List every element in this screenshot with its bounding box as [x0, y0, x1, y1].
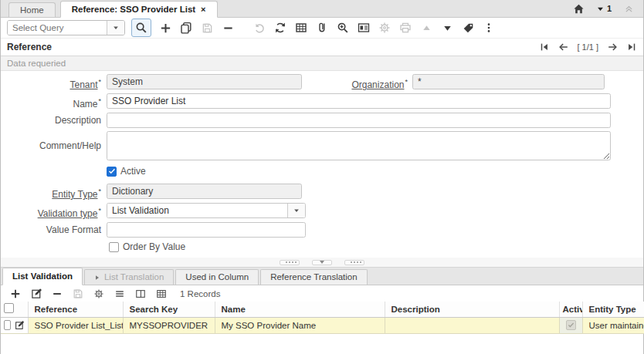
- grid-icon: [295, 22, 307, 34]
- detail-save-button[interactable]: [71, 287, 85, 301]
- desktop-selector[interactable]: 1: [596, 4, 612, 13]
- entity-type-label[interactable]: Entity Type*: [1, 184, 101, 199]
- select-query-dropdown-button[interactable]: [107, 21, 124, 35]
- new-record-button[interactable]: [158, 21, 172, 35]
- value-format-field[interactable]: [107, 222, 306, 238]
- save-button[interactable]: [200, 21, 214, 35]
- detail-record-button[interactable]: [440, 21, 454, 35]
- main-toolbar: [1, 18, 643, 39]
- home-button[interactable]: [572, 2, 586, 15]
- detail-toolbar: 1 Records: [1, 285, 643, 302]
- tab-used-in-column[interactable]: Used in Column: [175, 269, 259, 285]
- column-header-search-key[interactable]: Search Key: [123, 302, 215, 317]
- select-all-checkbox[interactable]: [4, 303, 14, 313]
- name-field[interactable]: [107, 93, 611, 109]
- pane-splitter[interactable]: [1, 258, 643, 268]
- tab-list-validation[interactable]: List Validation: [2, 268, 83, 285]
- table-header-row: Reference Search Key Name Description Ac…: [1, 302, 644, 317]
- report-icon: [358, 22, 370, 34]
- last-record-icon: [626, 42, 637, 52]
- row-select-checkbox[interactable]: [4, 320, 11, 330]
- next-record-button[interactable]: [606, 42, 618, 53]
- rows-icon: [114, 288, 125, 299]
- name-label: Name*: [1, 93, 101, 109]
- grid-icon: [156, 288, 167, 299]
- splitter-grip-left[interactable]: [280, 260, 300, 265]
- grid-toggle-button[interactable]: [294, 21, 308, 35]
- plus-icon: [160, 22, 171, 34]
- search-icon: [135, 22, 147, 34]
- organization-field[interactable]: [412, 74, 605, 89]
- active-label: Active: [120, 166, 146, 177]
- first-record-button[interactable]: [538, 42, 550, 53]
- search-button[interactable]: [131, 19, 151, 37]
- column-header-reference[interactable]: Reference: [28, 302, 123, 317]
- detail-delete-button[interactable]: [50, 287, 64, 301]
- validation-type-label[interactable]: Validation type*: [1, 203, 101, 218]
- tab-list-translation[interactable]: List Translation: [84, 269, 174, 285]
- home-icon: [573, 3, 585, 15]
- table-row[interactable]: SSO Provider List_List Val... MYSSOPROVI…: [1, 317, 644, 333]
- detail-edit-button[interactable]: [29, 287, 43, 301]
- column-header-name[interactable]: Name: [215, 302, 385, 317]
- report-button[interactable]: [357, 21, 371, 35]
- refresh-button[interactable]: [273, 21, 287, 35]
- arrow-left-icon: [558, 42, 569, 52]
- tab-reference-sso-provider-list[interactable]: Reference: SSO Provider List ×: [60, 1, 218, 18]
- gear-icon: [93, 288, 104, 299]
- select-query-input[interactable]: [8, 21, 107, 35]
- reference-form: Tenant* Organization* Name* Description …: [1, 71, 643, 258]
- detail-quick-form-button[interactable]: [113, 287, 127, 301]
- customize-button[interactable]: [378, 21, 391, 35]
- order-by-value-checkbox[interactable]: [109, 242, 119, 252]
- first-record-icon: [539, 42, 550, 52]
- detail-new-button[interactable]: [8, 287, 22, 301]
- description-field[interactable]: [107, 113, 611, 128]
- column-header-entity-type[interactable]: Entity Type: [582, 302, 644, 317]
- column-header-description[interactable]: Description: [385, 302, 559, 317]
- records-count: 1 Records: [180, 289, 220, 298]
- detail-toggle-panel-button[interactable]: [134, 287, 147, 301]
- chevron-double-up-icon: [624, 4, 634, 14]
- comment-help-field[interactable]: [107, 131, 611, 160]
- zoom-across-button[interactable]: [336, 21, 350, 35]
- minus-icon: [222, 22, 234, 34]
- organization-label[interactable]: Organization*: [279, 74, 408, 89]
- attachment-button[interactable]: [315, 21, 329, 35]
- validation-type-dropdown-button[interactable]: [287, 204, 305, 217]
- record-position: [ 1/1 ]: [577, 42, 598, 52]
- tenant-field[interactable]: [107, 74, 302, 89]
- caret-down-icon: [293, 207, 300, 214]
- delete-record-button[interactable]: [221, 21, 235, 35]
- close-icon[interactable]: ×: [201, 5, 205, 14]
- copy-record-button[interactable]: [179, 21, 193, 35]
- detail-grid-view-button[interactable]: [154, 287, 168, 301]
- validation-type-input[interactable]: [107, 204, 287, 217]
- label-button[interactable]: [461, 21, 475, 35]
- more-actions-button[interactable]: [482, 21, 496, 35]
- tab-reference-translation[interactable]: Reference Translation: [260, 269, 368, 285]
- detail-customize-button[interactable]: [92, 287, 106, 301]
- tab-home[interactable]: Home: [8, 2, 56, 17]
- cell-entity-type: User maintained: [582, 317, 644, 333]
- copy-icon: [180, 22, 192, 34]
- splitter-grip-right[interactable]: [344, 260, 364, 265]
- active-checkbox-row: Active: [107, 166, 146, 177]
- last-record-button[interactable]: [625, 42, 637, 53]
- column-header-active[interactable]: Active: [559, 302, 582, 317]
- cell-reference: SSO Provider List_List Val...: [28, 317, 123, 333]
- entity-type-field[interactable]: [107, 184, 302, 199]
- parent-record-button[interactable]: [419, 21, 433, 35]
- active-checkbox[interactable]: [107, 167, 117, 177]
- tenant-label[interactable]: Tenant*: [1, 74, 101, 89]
- cell-search-key: MYSSOPROVIDER: [123, 317, 215, 333]
- splitter-collapse-button[interactable]: [312, 260, 332, 265]
- undo-icon: [254, 22, 266, 34]
- previous-record-button[interactable]: [558, 42, 569, 53]
- row-edit-button[interactable]: [15, 320, 25, 331]
- print-button[interactable]: [398, 21, 412, 35]
- undo-button[interactable]: [253, 21, 266, 35]
- collapse-header-button[interactable]: [622, 2, 636, 15]
- printer-icon: [399, 22, 412, 34]
- tab-home-label: Home: [20, 5, 44, 15]
